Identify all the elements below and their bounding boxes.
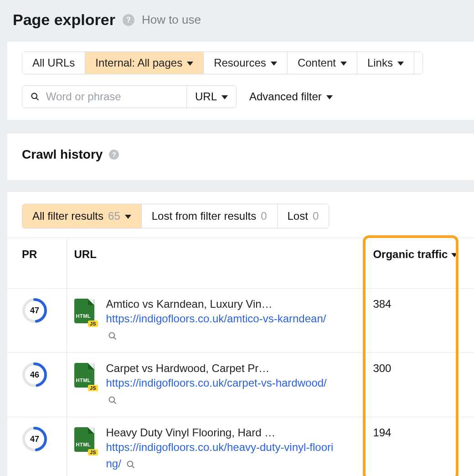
js-badge: JS [88, 449, 98, 455]
results-table: PR URL Organic traffic 47HTMLJSAmtico vs… [7, 238, 474, 476]
js-badge: JS [88, 321, 98, 327]
chevron-down-icon [125, 215, 131, 219]
search-scope-select[interactable]: URL [186, 86, 236, 108]
help-icon[interactable]: ? [109, 150, 119, 160]
svg-line-9 [113, 401, 116, 404]
pr-cell: 47 [7, 289, 67, 353]
crawl-history-panel: Crawl history ? [7, 134, 474, 180]
inspect-icon[interactable] [108, 331, 117, 341]
tab-lost-from-filter[interactable]: Lost from filter results 0 [142, 204, 278, 228]
page-title-text: Amtico vs Karndean, Luxury Vin… [106, 298, 325, 310]
tab-internal-all-pages[interactable]: Internal: All pages [85, 52, 204, 74]
svg-line-5 [113, 337, 116, 339]
advanced-filter-button[interactable]: Advanced filter [249, 90, 333, 103]
html-file-icon: HTMLJS [74, 299, 96, 325]
url-cell: HTMLJSHeavy Duty Vinyl Flooring, Hard …h… [67, 417, 366, 476]
tab-all-filter-results[interactable]: All filter results 65 [22, 204, 142, 228]
tab-lost[interactable]: Lost 0 [278, 204, 329, 228]
svg-point-0 [31, 93, 37, 99]
page-url-link[interactable]: https://indigofloors.co.uk/heavy-duty-vi… [106, 439, 334, 472]
inspect-icon[interactable] [108, 396, 117, 405]
page-url-link[interactable]: https://indigofloors.co.uk/carpet-vs-har… [106, 375, 334, 408]
col-header-url[interactable]: URL [67, 238, 366, 289]
results-panel: All filter results 65 Lost from filter r… [7, 192, 474, 476]
svg-line-13 [132, 466, 134, 468]
svg-point-8 [109, 397, 114, 402]
how-to-use-link[interactable]: How to use [142, 13, 201, 27]
pr-ring: 47 [22, 426, 47, 452]
chevron-down-icon [397, 62, 404, 66]
chevron-down-icon [340, 62, 347, 66]
search-input-wrap [22, 86, 186, 108]
pr-cell: 46 [7, 353, 67, 417]
organic-traffic-value: 300 [366, 353, 474, 417]
page-url-link[interactable]: https://indigofloors.co.uk/amtico-vs-kar… [106, 310, 334, 343]
tab-links[interactable]: Links [357, 52, 414, 74]
filters-panel: All URLs Internal: All pages Resources C… [7, 41, 474, 120]
svg-point-12 [127, 461, 133, 466]
table-row: 47HTMLJSAmtico vs Karndean, Luxury Vin…h… [7, 289, 474, 353]
tab-content[interactable]: Content [288, 52, 357, 74]
svg-point-4 [109, 332, 114, 338]
search-input[interactable] [46, 90, 178, 103]
js-badge: JS [88, 385, 98, 391]
search-group: URL [22, 85, 237, 108]
table-row: 46HTMLJSCarpet vs Hardwood, Carpet Pr…ht… [7, 353, 474, 417]
col-header-pr[interactable]: PR [7, 238, 67, 289]
col-header-organic-traffic[interactable]: Organic traffic [366, 238, 474, 289]
tab-resources[interactable]: Resources [204, 52, 288, 74]
search-icon [31, 92, 40, 102]
pr-cell: 47 [7, 417, 67, 476]
chevron-down-icon [187, 62, 193, 66]
html-file-icon: HTMLJS [74, 363, 96, 389]
pr-value: 47 [22, 298, 47, 323]
page-title-text: Carpet vs Hardwood, Carpet Pr… [106, 362, 325, 375]
url-cell: HTMLJSAmtico vs Karndean, Luxury Vin…htt… [67, 289, 366, 353]
tab-all-urls[interactable]: All URLs [22, 52, 85, 74]
chevron-down-icon [271, 62, 277, 66]
svg-line-1 [36, 98, 38, 100]
header: Page explorer ? How to use [0, 0, 474, 41]
page-title: Page explorer [13, 11, 115, 29]
crawl-history-title: Crawl history ? [22, 147, 474, 162]
table-row: 47HTMLJSHeavy Duty Vinyl Flooring, Hard … [7, 417, 474, 476]
help-icon[interactable]: ? [123, 14, 134, 26]
html-file-icon: HTMLJS [74, 427, 96, 454]
url-cell: HTMLJSCarpet vs Hardwood, Carpet Pr…http… [67, 353, 366, 417]
organic-traffic-value: 384 [366, 289, 474, 353]
inspect-icon[interactable] [126, 460, 135, 469]
segment-tabs: All URLs Internal: All pages Resources C… [22, 52, 423, 74]
sort-desc-icon [451, 253, 458, 257]
tab-overflow[interactable] [414, 52, 422, 74]
result-tabs: All filter results 65 Lost from filter r… [22, 204, 329, 228]
chevron-down-icon [326, 95, 333, 99]
pr-ring: 47 [22, 298, 47, 323]
pr-ring: 46 [22, 362, 47, 388]
chevron-down-icon [222, 95, 228, 99]
pr-value: 47 [22, 426, 47, 452]
search-row: URL Advanced filter [22, 85, 474, 108]
pr-value: 46 [22, 362, 47, 388]
organic-traffic-value: 194 [366, 417, 474, 476]
page-title-text: Heavy Duty Vinyl Flooring, Hard … [106, 426, 325, 439]
